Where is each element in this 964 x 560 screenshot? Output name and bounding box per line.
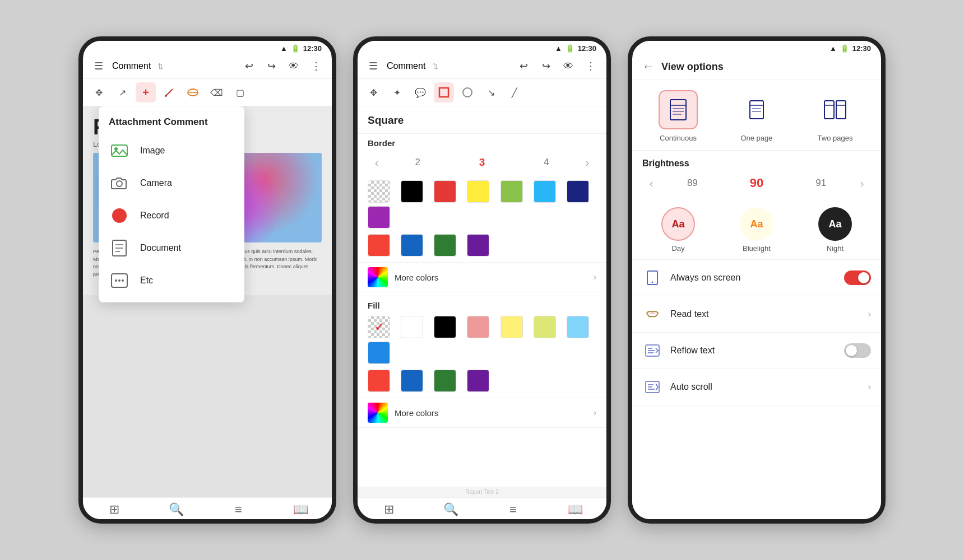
border-more-colors-row[interactable]: More colors › — [358, 262, 606, 292]
brightness-val-91: 91 — [789, 178, 853, 189]
toolbar-2: ☰ Comment ⇅ ↩ ↪ 👁 ⋮ — [358, 54, 606, 79]
fill-color-navy[interactable] — [401, 370, 423, 392]
fill-color-lime[interactable] — [534, 316, 556, 338]
always-on-screen-toggle[interactable] — [844, 270, 871, 285]
camera-label: Camera — [140, 178, 172, 188]
tool-circle-2[interactable] — [457, 82, 478, 102]
fill-color-white[interactable] — [401, 316, 423, 338]
two-pages-mode-icon — [815, 90, 855, 129]
tool-move-1[interactable]: ✥ — [89, 82, 109, 102]
fill-color-black[interactable] — [434, 316, 456, 338]
tool-bubble-2[interactable]: 💬 — [410, 82, 430, 102]
tool-line-2[interactable]: ╱ — [504, 82, 525, 102]
more-btn-2[interactable]: ⋮ — [582, 57, 600, 75]
view-mode-two-pages[interactable]: Two pages — [815, 90, 855, 142]
option-always-on-screen: Always on screen — [632, 260, 881, 296]
eye-btn-1[interactable]: 👁 — [285, 57, 303, 75]
svg-point-1 — [165, 95, 167, 97]
nav-list-2[interactable]: ≡ — [482, 502, 544, 517]
battery-icon-2: 🔋 — [566, 44, 574, 53]
nav-search-2[interactable]: 🔍 — [420, 502, 482, 517]
nav-book-1[interactable]: 📖 — [270, 502, 332, 517]
fill-color-pink[interactable] — [467, 316, 489, 338]
border-color-red2[interactable] — [368, 234, 390, 256]
border-val-3: 3 — [450, 156, 515, 169]
tool-highlight-1[interactable] — [183, 82, 203, 102]
bluelight-circle: Aa — [740, 207, 773, 241]
view-mode-continuous[interactable]: Continuous — [659, 90, 698, 142]
tool-move-2[interactable]: ✥ — [363, 82, 383, 102]
border-prev-btn[interactable]: ‹ — [368, 153, 386, 171]
signal-icon-3: ▲ — [829, 44, 837, 53]
time-3: 12:30 — [852, 44, 871, 53]
document-label: Document — [140, 243, 181, 253]
border-color-cyan[interactable] — [534, 180, 556, 203]
border-color-blue2[interactable] — [401, 234, 423, 256]
svg-point-6 — [117, 181, 122, 186]
fill-color-grid — [358, 312, 606, 370]
border-color-yellow[interactable] — [467, 180, 489, 203]
attachment-item-record[interactable]: Record — [99, 199, 244, 232]
tool-square-2[interactable] — [434, 82, 454, 102]
nav-list-1[interactable]: ≡ — [207, 502, 270, 517]
border-color-green2[interactable] — [434, 234, 456, 256]
undo-btn-2[interactable]: ↩ — [515, 57, 532, 75]
fill-color-yellow[interactable] — [500, 316, 523, 338]
theme-bluelight[interactable]: Aa Bluelight — [740, 207, 773, 253]
border-color-navy[interactable] — [567, 180, 589, 203]
tool-add-1[interactable]: + — [136, 82, 156, 102]
theme-night[interactable]: Aa Night — [818, 207, 852, 253]
svg-point-12 — [115, 279, 117, 282]
border-color-red[interactable] — [434, 180, 456, 203]
page-content-1: R Lorem Pellentesque feugiat metus sed c… — [83, 106, 332, 497]
attachment-item-image[interactable]: Image — [99, 134, 244, 167]
border-color-purple[interactable] — [368, 206, 390, 228]
back-btn[interactable]: ← — [642, 59, 655, 74]
more-btn-1[interactable]: ⋮ — [307, 57, 325, 75]
border-color-green[interactable] — [500, 180, 523, 203]
attachment-item-camera[interactable]: Camera — [99, 167, 244, 199]
border-color-black[interactable] — [401, 180, 423, 203]
tool-arrow-2[interactable]: ↘ — [481, 82, 501, 102]
border-color-transparent[interactable] — [368, 180, 390, 203]
fill-more-colors-row[interactable]: More colors › — [358, 398, 606, 428]
attachment-popup-title: Attachment Comment — [99, 112, 244, 134]
read-text-arrow[interactable]: › — [868, 309, 871, 319]
fill-color-red[interactable] — [368, 370, 390, 392]
view-options-title: View options — [661, 61, 724, 73]
redo-btn-2[interactable]: ↪ — [537, 57, 555, 75]
undo-btn-1[interactable]: ↩ — [240, 57, 258, 75]
brightness-prev-btn[interactable]: ‹ — [642, 174, 660, 192]
nav-grid-2[interactable]: ⊞ — [358, 502, 420, 517]
reflow-text-toggle[interactable] — [844, 343, 871, 358]
redo-btn-1[interactable]: ↪ — [262, 57, 280, 75]
eye-btn-2[interactable]: 👁 — [559, 57, 577, 75]
view-mode-one-page[interactable]: One page — [737, 90, 776, 142]
attachment-item-document[interactable]: Document — [99, 232, 244, 264]
theme-day[interactable]: Aa Day — [661, 207, 695, 253]
tool-eraser-1[interactable]: ⌫ — [206, 82, 226, 102]
border-next-btn[interactable]: › — [578, 153, 596, 171]
menu-icon-1[interactable]: ☰ — [90, 57, 108, 75]
nav-grid-1[interactable]: ⊞ — [83, 502, 145, 517]
fill-color-green[interactable] — [434, 370, 456, 392]
tool-pen-1[interactable] — [159, 82, 179, 102]
auto-scroll-arrow[interactable]: › — [868, 382, 871, 392]
svg-rect-15 — [439, 88, 448, 97]
attachment-item-etc[interactable]: Etc — [99, 264, 244, 297]
fill-color-transparent[interactable] — [368, 316, 390, 338]
record-icon — [109, 205, 130, 226]
nav-search-1[interactable]: 🔍 — [145, 502, 207, 517]
attachment-popup-1: Attachment Comment Image — [99, 106, 244, 302]
nav-book-2[interactable]: 📖 — [544, 502, 606, 517]
menu-icon-2[interactable]: ☰ — [364, 57, 382, 75]
fill-color-blue[interactable] — [368, 342, 390, 364]
border-color-purple2[interactable] — [467, 234, 489, 256]
fill-color-purple[interactable] — [467, 370, 489, 392]
fill-color-sky[interactable] — [567, 316, 589, 338]
brightness-next-btn[interactable]: › — [853, 174, 871, 192]
svg-rect-22 — [750, 101, 763, 119]
tool-sticker-2[interactable]: ✦ — [387, 82, 407, 102]
tool-select-1[interactable]: ▢ — [230, 82, 250, 102]
tool-arrow-1[interactable]: ↗ — [112, 82, 132, 102]
